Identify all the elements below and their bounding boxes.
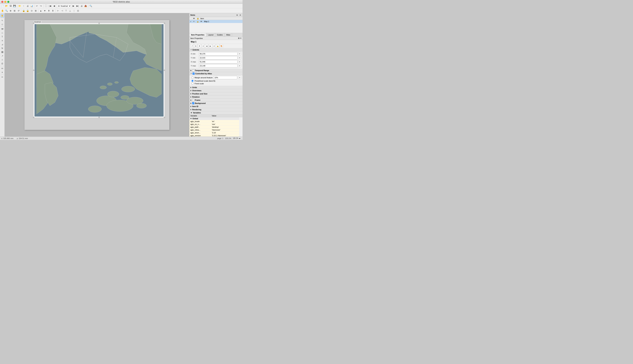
atlas-preview-btn[interactable]: ⊕ [212,44,216,48]
predefined-radio[interactable] [191,80,194,82]
zoom-full-button[interactable]: ⛶ [44,4,48,8]
zoom-in-button[interactable]: 🔍 [89,4,93,8]
move-content-btn[interactable]: ✥ [198,44,201,48]
atlas-export-button[interactable]: 📤 [84,4,88,8]
export-button[interactable]: ↑ [22,4,26,8]
temporal-checkbox[interactable] [192,70,194,72]
select-all-tool[interactable]: ⊞ [13,9,16,12]
add-legend-tool-btn[interactable]: ≡ [1,39,4,42]
save-as-button[interactable]: 🖫 [9,4,12,8]
tab-item-properties[interactable]: Item Properties [189,33,206,36]
margin-input[interactable] [214,76,237,79]
redo-button[interactable]: ↪ [39,4,43,8]
items-collapse-icon[interactable]: ⊖ [239,14,242,16]
atlas-next-button[interactable]: ▶ [72,4,75,8]
raise-button[interactable]: ▲ [39,9,43,12]
map-frame[interactable] [34,23,164,118]
rendering-header[interactable]: ▶ Rendering [189,108,243,111]
add-3d-tool-btn[interactable]: 3D [1,66,4,70]
resize-button[interactable]: ⊡ [76,9,80,12]
draw-tool-btn[interactable]: ✏ [1,75,4,79]
select-groups-button[interactable]: ⊙ [30,9,34,12]
ymax-data-btn[interactable]: ⊞ [238,64,241,67]
background-header[interactable]: ▶ Background [189,102,243,105]
align-left-button[interactable]: ⊢ [56,9,60,12]
tab-atlas[interactable]: Atlas [225,33,232,36]
zoom-tool[interactable]: 🔍 [5,9,8,12]
add-north-tool-btn[interactable]: N [1,46,4,50]
variables-header[interactable]: ▼ Variables [189,111,243,114]
frame-header[interactable]: ▶ Frame [189,98,243,102]
deselect-tool[interactable]: ↺ [17,9,20,12]
tab-layout[interactable]: Layout [206,33,215,36]
ymin-data-btn[interactable]: ⊞ [238,56,241,59]
print-pdf-button[interactable]: 📊 [30,4,34,8]
item-lock-icon[interactable]: 🔒 [197,21,199,22]
atlas-first-button[interactable]: |◀ [48,4,52,8]
xmax-input[interactable] [199,60,238,64]
zoom-area-tool[interactable]: ⊕ [9,9,12,12]
edit-nodes-tool-btn[interactable]: ◇ [1,22,4,26]
print-button[interactable]: 🖨 [26,4,30,8]
position-size-header[interactable]: ▶ Position and Size [189,92,243,96]
add-attribute-tool-btn[interactable]: Ω [1,62,4,66]
unlock-button[interactable]: 🔓 [26,9,30,12]
xmax-data-btn[interactable]: ⊞ [238,60,241,63]
pan-tool[interactable]: ✋ [1,9,4,12]
tab-guides[interactable]: Guides [215,33,225,36]
open-folder-button[interactable]: 📁 [18,4,22,8]
ymin-input[interactable] [199,56,238,60]
raise-top-button[interactable]: ⬆ [47,9,51,12]
atlas-last-button[interactable]: ▶| [76,4,80,8]
add-shape-tool-btn[interactable]: □ [1,31,4,35]
lock-button[interactable]: 🔒 [22,9,26,12]
add-map-tool-btn[interactable]: 🗺 [1,27,4,31]
align-top-button[interactable]: ⊤ [64,9,68,12]
overviews-header[interactable]: ▶ Overviews [189,89,243,92]
atlas-control-checkbox[interactable] [193,72,195,74]
add-label-tool-btn[interactable]: T [1,35,4,39]
prev-atlas-btn[interactable]: ◀ [205,44,208,48]
distribute-button[interactable]: ⋮ [72,9,76,12]
atlas-highlight-btn[interactable]: ★ [201,44,205,48]
pan-tool-btn[interactable]: ✋ [1,14,4,18]
items-row-map1[interactable]: ✓ 👁 🔒 🗺 Map 1 [189,20,243,23]
add-image-tool-btn[interactable]: 🖼 [1,50,4,54]
atlas-print-button[interactable]: 🖨 [80,4,84,8]
open-button[interactable]: 📂 [5,4,8,8]
xmin-data-btn[interactable]: ⊞ [238,52,241,55]
item-visible-icon[interactable]: 👁 [193,21,196,22]
xmin-input[interactable] [199,52,238,56]
maximize-button[interactable] [7,1,9,3]
atlas-prev-button[interactable]: ◀ [52,4,56,8]
handle-bl[interactable] [33,117,34,118]
handle-tr[interactable] [164,23,165,24]
props-subheader-close[interactable]: ✕ [240,37,242,39]
ymax-input[interactable] [199,64,238,68]
new-button[interactable]: 📄 [1,4,4,8]
atlas-control-header[interactable]: ▼ Controlled by Atlas [189,72,243,75]
undo-button[interactable]: ↩ [35,4,39,8]
frame-checkbox[interactable] [192,99,194,101]
lower-bottom-button[interactable]: ⬇ [51,9,55,12]
refresh-map-btn[interactable]: ↺ [190,44,194,48]
close-button[interactable] [1,1,3,3]
margin-data-btn[interactable]: ⊞ [238,76,241,79]
items-expand-icon[interactable]: ⊕ [236,14,238,16]
lower-button[interactable]: ▼ [43,9,47,12]
margin-radio[interactable] [191,76,194,79]
align-right-button[interactable]: ⊣ [60,9,64,12]
handle-tl[interactable] [33,23,34,24]
canvas-area[interactable]: Noakhali [5,13,189,136]
set-map-extent-btn[interactable]: ⊞ [194,44,197,48]
handle-ml[interactable] [33,70,34,71]
item-id-header[interactable]: ▶ Item ID [189,105,243,108]
select-tool-btn[interactable]: ↖ [1,19,4,22]
atlas-select[interactable]: 16: Noakhali [57,4,71,8]
handle-br[interactable] [164,117,165,118]
fixed-radio[interactable] [191,82,194,84]
add-html-tool-btn[interactable]: ⟨⟩ [1,58,4,62]
props-subheader-expand[interactable]: ⊞ [238,37,240,39]
group-button[interactable]: ⊞ [34,9,38,12]
minimize-button[interactable] [4,1,6,3]
